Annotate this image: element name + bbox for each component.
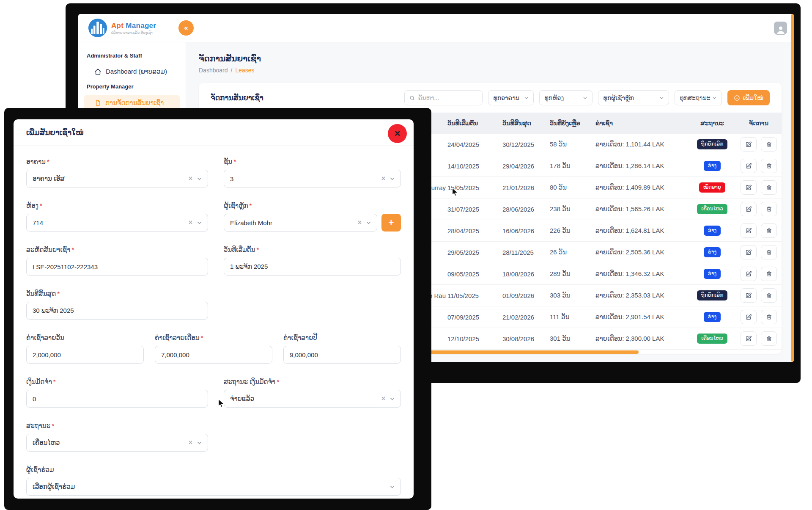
edit-icon bbox=[745, 335, 752, 342]
delete-button[interactable] bbox=[761, 180, 777, 195]
vertical-scrollbar[interactable] bbox=[791, 14, 794, 362]
main-tenant-label: ຜູ້ເຊົ່າຫຼັກ* bbox=[224, 202, 401, 210]
rent-daily-label: ຄ່າເຊົ່າລາຍວັນ bbox=[26, 334, 144, 342]
days-remaining-cell: 226 ວັນ bbox=[550, 227, 595, 234]
sidebar-collapse-button[interactable]: « bbox=[178, 20, 194, 36]
delete-button[interactable] bbox=[761, 159, 777, 173]
start-date-cell: 29/05/2025 bbox=[447, 249, 502, 256]
document-icon bbox=[94, 99, 101, 106]
edit-icon bbox=[745, 163, 752, 169]
main-tenant-select[interactable]: Elizabeth Mohr × bbox=[224, 214, 377, 232]
start-date-cell: 24/04/2025 bbox=[447, 141, 502, 148]
rent-monthly-input[interactable] bbox=[155, 346, 272, 364]
close-button[interactable]: × bbox=[388, 124, 407, 143]
delete-button[interactable] bbox=[761, 288, 777, 303]
start-date-input[interactable] bbox=[224, 258, 401, 276]
rent-cell: ລາຍເດືອນ: 1,346.32 LAK bbox=[595, 270, 689, 278]
add-tenant-button[interactable]: + bbox=[381, 214, 401, 232]
rent-cell: ລາຍເດືອນ: 2,353.03 LAK bbox=[595, 292, 689, 299]
edit-button[interactable] bbox=[741, 267, 757, 281]
edit-button[interactable] bbox=[741, 159, 757, 173]
edit-button[interactable] bbox=[741, 223, 757, 238]
start-date-cell: 11/05/2025 bbox=[447, 292, 502, 299]
user-avatar[interactable] bbox=[774, 22, 787, 35]
chevron-down-icon bbox=[389, 176, 395, 182]
deposit-status-label: ສະຖານະ ເງິນມັດຈຳ* bbox=[224, 378, 401, 386]
delete-icon bbox=[766, 270, 772, 277]
lease-code-input[interactable] bbox=[26, 258, 208, 276]
status-select[interactable]: ເຄື່ອນໄຫວ × bbox=[26, 434, 208, 452]
edit-icon bbox=[745, 314, 752, 320]
building-select[interactable]: ອາຄານ ເອັສ × bbox=[26, 170, 208, 187]
breadcrumb: Dashboard / Leases bbox=[199, 67, 782, 74]
days-remaining-cell: 289 ວັນ bbox=[550, 270, 595, 278]
edit-button[interactable] bbox=[741, 288, 757, 303]
user-icon bbox=[775, 25, 786, 35]
delete-button[interactable] bbox=[761, 223, 777, 238]
filter-room-select[interactable]: ທຸກຫ້ອງ bbox=[539, 90, 593, 105]
clear-icon[interactable]: × bbox=[189, 439, 192, 447]
edit-button[interactable] bbox=[741, 180, 757, 195]
filter-building-select[interactable]: ທຸກອາຄານ bbox=[488, 90, 534, 105]
days-remaining-cell: 303 ວັນ bbox=[550, 292, 595, 299]
edit-icon bbox=[745, 206, 752, 212]
edit-button[interactable] bbox=[741, 331, 757, 346]
page-title: ຈັດການສັນຍາເຊົ່າ bbox=[199, 53, 782, 63]
co-tenants-label: ຜູ້ເຊົ່າຮ່ວມ bbox=[26, 466, 401, 474]
edit-icon bbox=[745, 184, 752, 191]
delete-button[interactable] bbox=[761, 267, 777, 281]
days-remaining-cell: 301 ວັນ bbox=[550, 335, 595, 342]
clear-icon[interactable]: × bbox=[381, 395, 385, 402]
edit-icon bbox=[745, 141, 752, 148]
add-lease-modal: ເພີ່ມສັນຍາເຊົ່າໃໝ່ × ອາຄານ* ອາຄານ ເອັສ ×… bbox=[14, 119, 414, 499]
end-date-cell: 30/12/2025 bbox=[502, 141, 550, 148]
edit-button[interactable] bbox=[741, 137, 757, 152]
end-date-label: ວັນທີສິ້ນສຸດ* bbox=[26, 290, 208, 298]
col-header-remaining: ວັນທີ່ຍັງເຫຼືອ bbox=[550, 120, 595, 127]
sidebar-item-label: Dashboard (ພາບລວມ) bbox=[106, 68, 167, 75]
deposit-input[interactable] bbox=[26, 390, 208, 408]
status-badge: ໝົດອາຍຸ bbox=[699, 182, 726, 193]
app-subtitle: ບໍລິຫານ ອາພາດເມັ້ນ ຫ້ອງເຊົ່າ bbox=[111, 31, 156, 35]
delete-icon bbox=[766, 292, 772, 299]
delete-button[interactable] bbox=[761, 137, 777, 152]
edit-button[interactable] bbox=[741, 310, 757, 324]
status-label: ສະຖານະ* bbox=[26, 422, 208, 430]
edit-button[interactable] bbox=[741, 202, 757, 216]
add-new-button[interactable]: ເພີ່ມໃໝ່ bbox=[727, 90, 770, 105]
rent-cell: ລາຍເດືອນ: 2,300.00 LAK bbox=[595, 335, 689, 342]
col-header-start: ວັນທີເລີ່ມຕົ້ນ bbox=[447, 120, 502, 127]
col-header-manage: ຈັດການ bbox=[736, 120, 782, 127]
delete-button[interactable] bbox=[761, 202, 777, 216]
deposit-status-select[interactable]: ຈ່າຍແລ້ວ × bbox=[224, 390, 401, 408]
sidebar-section-admin: Administrator & Staff bbox=[78, 52, 186, 59]
clear-icon[interactable]: × bbox=[189, 175, 192, 182]
clear-icon[interactable]: × bbox=[358, 219, 362, 226]
rent-yearly-input[interactable] bbox=[283, 346, 401, 364]
breadcrumb-dashboard[interactable]: Dashboard bbox=[199, 67, 228, 74]
start-date-cell: 31/07/2025 bbox=[447, 206, 502, 213]
filter-status-select[interactable]: ທຸກສະຖານະ bbox=[675, 90, 722, 105]
search-input[interactable] bbox=[418, 94, 477, 101]
edit-button[interactable] bbox=[741, 245, 757, 259]
clear-icon[interactable]: × bbox=[189, 219, 192, 226]
search-box[interactable] bbox=[404, 90, 483, 105]
delete-button[interactable] bbox=[761, 245, 777, 259]
start-date-cell: 15/05/2025 bbox=[447, 184, 502, 191]
filter-tenant-select[interactable]: ທຸກຜູ້ເຊົ່າຫຼັກ bbox=[598, 90, 669, 105]
end-date-cell: 28/11/2025 bbox=[502, 249, 550, 256]
room-select[interactable]: 714 × bbox=[26, 214, 208, 232]
delete-button[interactable] bbox=[761, 331, 777, 346]
co-tenants-select[interactable]: ເລືອກຜູ້ເຊົ່າຮ່ວມ bbox=[26, 478, 401, 496]
building-label: ອາຄານ* bbox=[26, 158, 208, 165]
sidebar-item-dashboard[interactable]: Dashboard (ພາບລວມ) bbox=[78, 64, 186, 79]
sidebar-item-label: ການຈັດການສັນຍາເຊົ່າ bbox=[105, 99, 164, 107]
end-date-input[interactable] bbox=[26, 302, 208, 320]
clear-icon[interactable]: × bbox=[381, 175, 385, 182]
delete-icon bbox=[766, 163, 772, 169]
delete-button[interactable] bbox=[761, 310, 777, 324]
delete-icon bbox=[766, 314, 772, 320]
rent-daily-input[interactable] bbox=[26, 346, 144, 364]
floor-select[interactable]: 3 × bbox=[224, 170, 401, 187]
days-remaining-cell: 80 ວັນ bbox=[550, 184, 595, 191]
